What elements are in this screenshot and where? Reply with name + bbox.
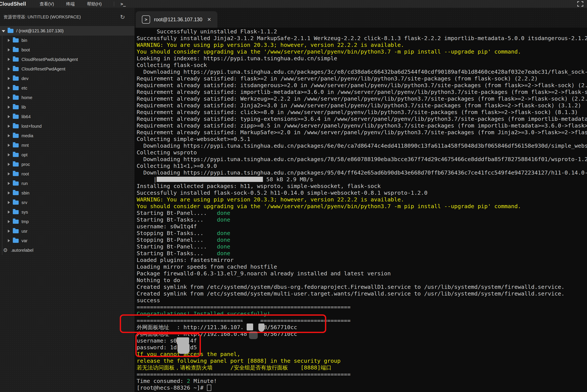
menu-item-1[interactable]: 终端 [66, 1, 75, 7]
terminal-text: You should consider upgrading via the '/… [137, 203, 521, 210]
terminal-text: Requirement already satisfied: flask>=2 … [137, 75, 538, 82]
folder-icon [13, 153, 19, 157]
folder-label: opt [22, 152, 28, 158]
chevron-right-icon[interactable] [8, 153, 10, 156]
terminal-line: ========================================… [137, 304, 587, 310]
terminal-text: Time consumed: [137, 378, 187, 384]
sidebar-item-etc[interactable]: etc [0, 83, 135, 93]
sidebar-item-dev[interactable]: dev [0, 74, 135, 83]
sidebar-item-home[interactable]: home [0, 93, 135, 102]
sidebar-item-var[interactable]: var [0, 236, 135, 246]
terminal-text: done [217, 250, 230, 256]
terminal-output[interactable]: Successfully uninstalled Flask-1.1.2Succ… [135, 28, 587, 392]
sidebar-item-srv[interactable]: srv [0, 198, 135, 207]
chevron-right-icon[interactable] [8, 163, 10, 166]
chevron-right-icon[interactable] [8, 115, 10, 118]
terminal-tab[interactable]: > root@121.36.107.130 ✕ [136, 11, 217, 28]
terminal-line: Downloading https://pypi.tuna.tsinghua.e… [137, 68, 587, 75]
chevron-right-icon[interactable] [8, 125, 10, 128]
sidebar-item-media[interactable]: media [0, 131, 135, 140]
terminal-text: Collecting wsproto [137, 149, 197, 156]
chevron-right-icon[interactable] [8, 58, 10, 61]
sidebar-item-root[interactable]: root [0, 169, 135, 179]
sidebar-item-boot[interactable]: boot [0, 45, 135, 55]
chevron-right-icon[interactable] [8, 68, 10, 70]
chevron-right-icon[interactable] [8, 192, 10, 194]
chevron-right-icon[interactable] [8, 86, 10, 90]
sidebar-item-mnt[interactable]: mnt [0, 140, 135, 150]
sidebar-item-lib64[interactable]: lib64 [0, 112, 135, 122]
sidebar-item-autorelabel[interactable]: ⚙.autorelabel [0, 246, 135, 255]
menu-item-2[interactable]: 帮助(H) [87, 1, 102, 7]
folder-icon [13, 200, 19, 205]
terminal-line: Loaded plugins: fastestmirror [137, 257, 587, 264]
sidebar-item-sys[interactable]: sys [0, 207, 135, 217]
terminal-line: release the following panel port [8888] … [137, 358, 587, 364]
terminal-icon[interactable]: >_ [121, 1, 126, 6]
terminal-text: Starting Bt-Panel.... [137, 243, 217, 250]
sidebar-item-root[interactable]: / (root@121.36.107.130) [0, 26, 135, 36]
terminal-text: Collecting h11<1,>=0.9.0 [137, 162, 217, 169]
terminal-text: Downloading https://pypi.tuna.tsinghua.e… [137, 68, 587, 75]
terminal-text: [root@hecs-88326 ~]# [137, 384, 207, 391]
terminal-text: Minute! [190, 378, 217, 384]
terminal-line: Requirement already satisfied: zipp>=0.5… [137, 122, 587, 129]
explorer-header: 资源管理器: UNTITLED (WORKSPACE) ↻ [0, 8, 135, 26]
refresh-icon[interactable]: ↻ [120, 14, 125, 20]
folder-icon [13, 134, 19, 138]
terminal-line: Loading mirror speeds from cached hostfi… [137, 264, 587, 270]
terminal-text: success [137, 297, 160, 304]
folder-icon [13, 220, 19, 224]
sidebar-item-bin[interactable]: bin [0, 36, 135, 45]
terminal-text: release the following panel port [8888] … [137, 358, 341, 364]
terminal-text: Stopping Bt-Tasks... [137, 230, 217, 236]
terminal-line: Requirement already satisfied: flask>=2 … [137, 75, 587, 82]
chevron-right-icon[interactable] [8, 230, 10, 233]
terminal-text: Requirement already satisfied: zipp>=0.5… [137, 122, 587, 129]
chevron-down-icon[interactable] [2, 30, 5, 32]
terminal-text: password: 1d d5 [137, 344, 197, 350]
terminal-line: Successfully installed flask-sock-0.5.2 … [137, 190, 587, 196]
folder-label: mnt [22, 143, 29, 148]
terminal-line: Collecting flask-sock [137, 62, 587, 68]
terminal-text: Starting Bt-Panel.... [137, 210, 217, 216]
chevron-right-icon[interactable] [8, 172, 10, 176]
chevron-right-icon[interactable] [8, 182, 10, 185]
chevron-right-icon[interactable] [8, 144, 10, 147]
sidebar-item-proc[interactable]: proc [0, 160, 135, 169]
sidebar-item-run[interactable]: run [0, 179, 135, 188]
terminal-text: ========================================… [137, 371, 351, 378]
fullscreen-icon[interactable] [577, 1, 583, 7]
terminal-line: You should consider upgrading via the '/… [137, 203, 587, 210]
sidebar-item-opt[interactable]: opt [0, 150, 135, 160]
sidebar-item-CloudrResetPwdAgent[interactable]: CloudrResetPwdAgent [0, 64, 135, 74]
chevron-right-icon[interactable] [8, 106, 10, 108]
sidebar-item-sbin[interactable]: sbin [0, 188, 135, 198]
file-tree: / (root@121.36.107.130) binbootCloudRese… [0, 26, 135, 255]
sidebar-item-usr[interactable]: usr [0, 226, 135, 236]
chevron-right-icon[interactable] [8, 96, 10, 99]
chevron-right-icon[interactable] [8, 210, 10, 214]
chevron-right-icon[interactable] [8, 48, 10, 52]
terminal-text: Requirement already satisfied: importlib… [137, 89, 587, 95]
chevron-right-icon[interactable] [8, 239, 10, 242]
chevron-right-icon[interactable] [8, 39, 10, 42]
sidebar-item-lib[interactable]: lib [0, 102, 135, 112]
folder-label: root [22, 172, 29, 176]
chevron-right-icon[interactable] [8, 201, 10, 204]
terminal-line: Successfully uninstalled Flask-1.1.2 [137, 28, 587, 35]
terminal-text: username: s0 4f [137, 337, 197, 344]
sidebar-item-CloudResetPwdUpdateAgent[interactable]: CloudResetPwdUpdateAgent [0, 55, 135, 64]
sidebar-item-tmp[interactable]: tmp [0, 217, 135, 226]
chevron-right-icon[interactable] [8, 77, 10, 80]
terminal-tab-icon: > [142, 16, 150, 24]
menu-item-0[interactable]: 查看(V) [40, 1, 54, 7]
chevron-right-icon[interactable] [8, 220, 10, 223]
cloudshell-app: { "app": { "title": "CloudShell", "menu"… [0, 0, 587, 392]
sidebar-item-lost+found[interactable]: lost+found [0, 122, 135, 131]
terminal-line: Package firewalld-0.6.3-13.el7_9.noarch … [137, 270, 587, 277]
terminal-text: Starting Bt-Tasks... [137, 250, 217, 256]
close-icon[interactable]: ✕ [207, 17, 211, 22]
chevron-right-icon[interactable] [8, 134, 10, 137]
terminal-line: [root@hecs-88326 ~]# [137, 384, 587, 391]
